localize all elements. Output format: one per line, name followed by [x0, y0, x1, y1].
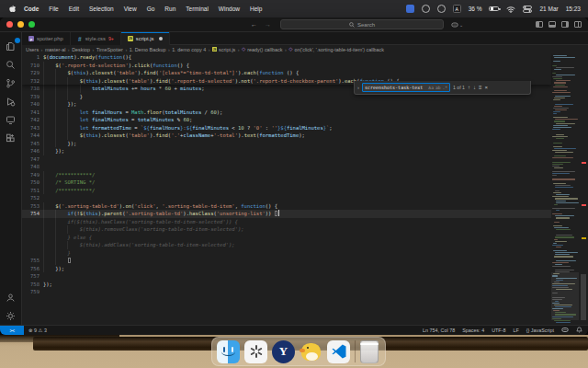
menu-item-view[interactable]: View [124, 6, 137, 12]
battery-icon[interactable] [489, 6, 499, 12]
code-line[interactable]: 750 /* SORTING */ [22, 178, 551, 187]
toggle-panel-button[interactable] [548, 21, 556, 28]
match-case-toggle[interactable]: Aa [428, 86, 434, 90]
code-line[interactable]: 1$(document).ready(function(){ [22, 53, 551, 62]
code-line[interactable]: 756 }); [22, 265, 551, 273]
menu-item-go[interactable]: Go [147, 6, 155, 12]
ghost-suggestion-line[interactable]: $(this).addClass('sorting-table-td-item-… [22, 241, 551, 249]
whole-word-toggle[interactable]: ab [435, 86, 441, 90]
sidebar-item-remote-explorer[interactable] [2, 110, 20, 129]
find-in-selection-button[interactable]: ≡ [479, 85, 482, 90]
menu-extra-icon-1[interactable] [422, 5, 430, 13]
menu-time[interactable]: 15:23 [566, 6, 581, 12]
sidebar-item-search[interactable] [2, 55, 20, 74]
dock-icon-y[interactable]: Y [272, 340, 295, 363]
ghost-suggestion-line[interactable]: if($(this).hasClass('sorting-table-td-it… [22, 218, 551, 226]
ghost-suggestion-line[interactable]: } else { [22, 234, 551, 242]
sidebar-item-source-control[interactable] [2, 74, 20, 92]
minimap-slider[interactable] [551, 272, 579, 320]
breadcrumb-item[interactable]: 1. demo copy 4 [172, 47, 206, 52]
remote-indicator[interactable]: >< [0, 326, 24, 336]
breadcrumb-item[interactable]: TimeSpotter [96, 47, 123, 52]
find-next-button[interactable]: ↓ [473, 85, 476, 90]
breadcrumb-item[interactable]: 1. Demo Backup [130, 47, 166, 52]
menu-item-selection[interactable]: Selection [89, 6, 114, 12]
breadcrumb-item[interactable]: Desktop [72, 47, 90, 52]
ghost-suggestion-line[interactable]: } [22, 249, 551, 258]
wifi-icon[interactable] [506, 5, 515, 14]
copilot-status-icon[interactable] [561, 327, 569, 334]
sidebar-item-explorer[interactable] [2, 37, 20, 55]
menu-extra-icon-2[interactable] [437, 5, 446, 13]
code-line[interactable]: 746 }); [22, 147, 551, 155]
menu-item-code[interactable]: Code [24, 6, 39, 12]
code-line[interactable]: 744 $(this).closest('table').find('.'+cl… [22, 132, 551, 140]
dock-icon-code[interactable] [327, 340, 350, 363]
code-line[interactable]: 753 $('.sorting-table-td').on('click', '… [22, 202, 551, 211]
eol-indicator[interactable]: LF [513, 328, 518, 333]
minimize-window-button[interactable] [17, 21, 24, 28]
dock-icon-trash[interactable] [360, 340, 379, 363]
breadcrumb[interactable]: Users›master-al›Desktop›TimeSpotter›1. D… [26, 45, 588, 53]
command-center-search[interactable]: Search [280, 19, 444, 29]
code-line[interactable]: 751 /***********/ [22, 187, 551, 195]
customize-layout-button[interactable] [574, 21, 582, 28]
code-line[interactable]: 742 let finalMinutes = totalMinutes % 60… [22, 116, 551, 124]
code-line[interactable]: 752 [22, 194, 551, 202]
find-input[interactable]: screenshots-task-text Aa ab .* [362, 83, 450, 92]
code-line[interactable]: 743 let formattedTime = `${finalHours}:$… [22, 124, 551, 132]
input-source-icon[interactable]: A [453, 5, 461, 13]
notifications-bell-icon[interactable] [576, 327, 582, 334]
menu-item-help[interactable]: Help [250, 6, 262, 12]
sidebar-item-extensions[interactable] [2, 129, 20, 147]
apple-menu-icon[interactable] [7, 5, 17, 14]
menu-item-edit[interactable]: Edit [69, 6, 79, 12]
find-previous-button[interactable]: ↑ [468, 85, 470, 90]
breadcrumb-item[interactable]: JSscript.js [212, 47, 235, 52]
encoding-indicator[interactable]: UTF-8 [492, 328, 505, 333]
code-line[interactable]: 747 [22, 155, 551, 164]
code-line[interactable]: 757 [22, 272, 551, 281]
code-line[interactable]: 759 [22, 288, 551, 296]
code-line[interactable]: 729 $(this).closest('table').find('[clas… [22, 69, 551, 77]
code-line[interactable]: 758}); [22, 281, 551, 289]
toggle-secondary-sidebar-button[interactable] [561, 21, 569, 28]
copilot-menu-button[interactable]: ⌄ [451, 21, 463, 29]
regex-toggle[interactable]: .* [442, 86, 447, 90]
code-line[interactable]: 748 [22, 163, 551, 171]
tab-script.js[interactable]: JSscript.js [121, 32, 170, 45]
breadcrumb-item[interactable]: ◇ready() callback [242, 47, 282, 52]
dock-icon-duck[interactable] [300, 340, 322, 363]
settings-gear-icon[interactable] [2, 306, 20, 325]
code-line[interactable]: 740 }); [22, 100, 551, 109]
menu-extra-app-icon[interactable] [406, 5, 414, 13]
breadcrumb-item[interactable]: Users [26, 47, 39, 52]
menu-item-terminal[interactable]: Terminal [186, 6, 209, 12]
nav-back-button[interactable]: ← [251, 21, 257, 28]
code-editor[interactable]: 738 totalMinutes += hours * 60 + minutes… [22, 53, 588, 325]
code-line[interactable]: 755 } [22, 257, 551, 265]
code-line[interactable]: 754 if(!$(this).parent('.sorting-table-t… [22, 210, 551, 218]
breadcrumb-item[interactable]: ◇on('click', '.sorting-table-td-item') c… [288, 47, 384, 52]
find-close-button[interactable]: × [485, 85, 489, 90]
code-line[interactable]: 741 let finalHours = Math.floor(totalMin… [22, 109, 551, 117]
sticky-scroll[interactable]: 1$(document).ready(function(){710 $('.re… [22, 53, 551, 85]
toggle-primary-sidebar-button[interactable] [536, 21, 543, 28]
menu-date[interactable]: 21 Mar [539, 6, 558, 12]
dock-icon-finder[interactable] [217, 340, 240, 363]
dock-icon-gpt[interactable] [244, 340, 267, 363]
vertical-scrollbar[interactable] [579, 53, 588, 325]
control-center-icon[interactable] [523, 5, 532, 14]
unsaved-dot[interactable] [159, 37, 163, 40]
language-mode-indicator[interactable]: {} JavaScript [526, 328, 554, 333]
code-line[interactable]: 749 /***********/ [22, 171, 551, 179]
close-window-button[interactable] [6, 21, 13, 28]
code-lines[interactable]: 738 totalMinutes += hours * 60 + minutes… [22, 85, 551, 296]
tab-spotter.php[interactable]: pspotter.php [22, 32, 71, 45]
menu-item-run[interactable]: Run [164, 6, 175, 12]
sidebar-item-run-debug[interactable] [2, 92, 20, 110]
indentation-indicator[interactable]: Spaces: 4 [462, 328, 484, 333]
breadcrumb-item[interactable]: master-al [45, 47, 65, 52]
accounts-icon[interactable] [2, 288, 20, 306]
toggle-replace-chevron[interactable]: › [357, 85, 359, 90]
